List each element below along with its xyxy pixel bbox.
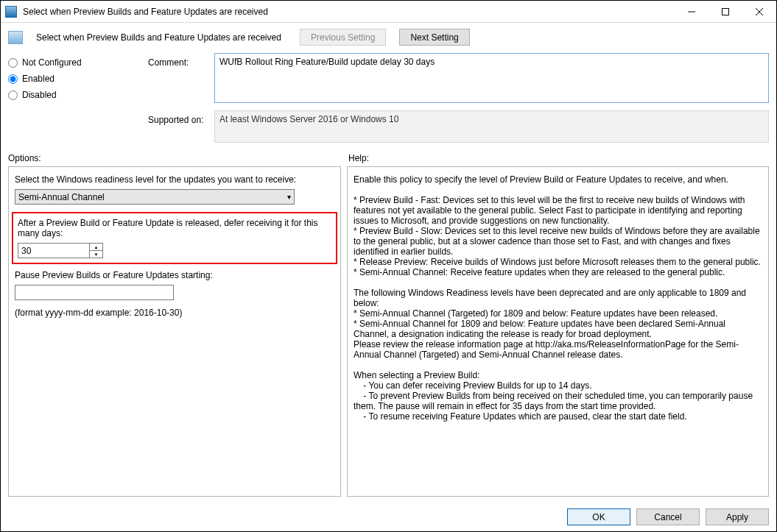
supported-label: Supported on: bbox=[148, 110, 214, 143]
cancel-button[interactable]: Cancel bbox=[636, 508, 700, 525]
policy-icon bbox=[5, 6, 17, 18]
defer-days-spinner[interactable]: ▲ ▼ bbox=[18, 243, 103, 258]
chevron-down-icon: ▾ bbox=[287, 193, 291, 201]
apply-button[interactable]: Apply bbox=[706, 508, 769, 525]
help-panel[interactable]: Enable this policy to specify the level … bbox=[347, 166, 769, 497]
radio-disabled[interactable]: Disabled bbox=[8, 90, 148, 100]
close-button[interactable] bbox=[742, 1, 776, 23]
defer-highlight: After a Preview Build or Feature Update … bbox=[12, 212, 337, 264]
date-format-hint: (format yyyy-mm-dd example: 2016-10-30) bbox=[15, 308, 334, 318]
ok-button[interactable]: OK bbox=[567, 508, 630, 525]
pause-date-input[interactable] bbox=[15, 285, 174, 300]
comment-label: Comment: bbox=[148, 53, 214, 103]
spin-up-icon[interactable]: ▲ bbox=[90, 244, 102, 251]
supported-on-text: At least Windows Server 2016 or Windows … bbox=[214, 110, 769, 143]
comment-input[interactable]: WUfB Rollout Ring Feature/Build update d… bbox=[214, 53, 769, 103]
options-heading: Options: bbox=[8, 153, 348, 163]
readiness-select[interactable]: Semi-Annual Channel ▾ bbox=[15, 189, 295, 205]
spin-down-icon[interactable]: ▼ bbox=[90, 251, 102, 258]
radio-not-configured[interactable]: Not Configured bbox=[8, 57, 148, 68]
defer-label: After a Preview Build or Feature Update … bbox=[18, 218, 331, 238]
help-heading: Help: bbox=[348, 153, 369, 163]
state-radio-group: Not Configured Enabled Disabled bbox=[8, 53, 148, 143]
options-panel: Select the Windows readiness level for t… bbox=[8, 166, 341, 497]
minimize-button[interactable] bbox=[675, 1, 709, 23]
policy-title: Select when Preview Builds and Feature U… bbox=[36, 32, 286, 43]
window-title: Select when Preview Builds and Feature U… bbox=[21, 7, 675, 17]
pause-label: Pause Preview Builds or Feature Updates … bbox=[15, 270, 334, 280]
previous-setting-button[interactable]: Previous Setting bbox=[300, 29, 386, 46]
readiness-label: Select the Windows readiness level for t… bbox=[15, 174, 334, 185]
maximize-button[interactable] bbox=[709, 1, 742, 23]
titlebar: Select when Preview Builds and Feature U… bbox=[1, 1, 776, 23]
svg-rect-1 bbox=[722, 8, 729, 15]
policy-icon bbox=[8, 31, 23, 44]
next-setting-button[interactable]: Next Setting bbox=[399, 29, 469, 46]
radio-enabled[interactable]: Enabled bbox=[8, 74, 148, 84]
defer-days-input[interactable] bbox=[18, 244, 89, 258]
